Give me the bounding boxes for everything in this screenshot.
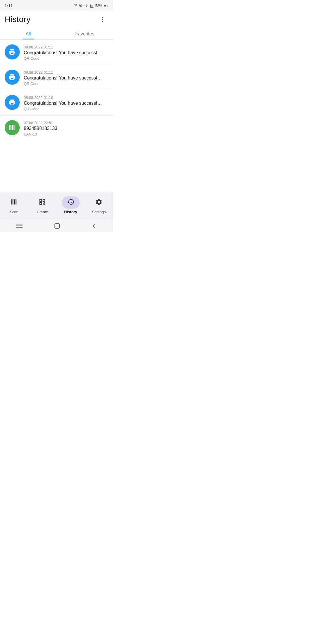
tab-all[interactable]: All [0,27,57,39]
printer-svg [8,73,16,81]
create-nav-label: Create [37,210,48,214]
android-navigation-bar [0,219,113,232]
svg-rect-10 [15,125,15,130]
svg-rect-4 [10,125,10,130]
wifi-icon [84,4,88,8]
item-content: 08.08.2022 01:10 Congratulations! You ha… [24,95,108,111]
item-type: QR Code [24,107,108,111]
android-home-button[interactable] [54,223,60,229]
svg-rect-3 [9,125,10,130]
item-type: QR Code [24,56,108,61]
printer-svg [8,48,16,56]
nav-item-create[interactable]: Create [29,195,56,215]
item-type: QR Code [24,82,108,86]
svg-rect-13 [16,227,23,228]
item-title: Congratulations! You have successfully s… [24,101,102,106]
tabs-container: All Favorites [0,27,113,40]
svg-rect-14 [55,224,59,228]
svg-rect-5 [11,125,11,130]
status-icons: 58% [73,4,108,8]
history-list: 08.08.2022 01:11 Congratulations! You ha… [0,40,113,192]
nav-item-history[interactable]: History [57,195,84,215]
create-nav-icon-wrap [33,196,51,209]
android-back-button[interactable] [92,223,97,229]
signal-icon [90,4,94,8]
create-qr-icon [39,198,46,206]
scan-barcode-icon [10,198,18,206]
alarm-icon [73,4,77,8]
item-timestamp: 08.08.2022 01:10 [24,95,108,100]
item-timestamp: 07.08.2022 22:51 [24,121,108,125]
item-type: EAN-13 [24,132,108,136]
bottom-navigation: Scan Create History Settings [0,192,113,219]
scan-nav-label: Scan [10,210,19,214]
mute-icon [79,4,83,8]
item-content: 07.08.2022 22:51 8934588183133 EAN-13 [24,120,108,136]
android-menu-button[interactable] [16,224,23,228]
battery-icon [104,4,108,7]
history-clock-icon [67,198,74,206]
item-timestamp: 08.08.2022 01:11 [24,45,108,49]
settings-nav-label: Settings [92,210,106,214]
list-item[interactable]: 08.08.2022 01:11 Congratulations! You ha… [0,65,113,90]
battery-text: 58% [95,4,102,8]
item-title: Congratulations! You have successfully s… [24,50,102,55]
printer-svg [8,99,16,106]
app-header: History ⋮ [0,10,113,27]
barcode-svg [8,124,16,131]
svg-rect-8 [13,125,13,130]
svg-rect-11 [16,224,23,225]
svg-rect-6 [12,125,12,130]
item-title: Congratulations! You have successfully s… [24,75,102,81]
status-time: 1:11 [5,3,13,8]
svg-rect-1 [108,5,108,6]
svg-rect-2 [104,5,106,7]
history-nav-icon-wrap [62,196,80,209]
tab-favorites[interactable]: Favorites [57,27,113,39]
settings-nav-icon-wrap [90,196,108,209]
status-bar: 1:11 58% [0,0,113,10]
item-title: 8934588183133 [24,126,102,131]
more-options-button[interactable]: ⋮ [97,15,108,24]
item-content: 08.08.2022 01:11 Congratulations! You ha… [24,44,108,61]
svg-rect-12 [16,226,23,227]
android-home-icon [54,223,60,229]
list-item[interactable]: 07.08.2022 22:51 8934588183133 EAN-13 [0,115,113,140]
scan-nav-icon-wrap [5,196,23,209]
nav-item-settings[interactable]: Settings [85,195,112,215]
history-nav-label: History [64,210,77,214]
item-content: 08.08.2022 01:11 Congratulations! You ha… [24,70,108,86]
nav-item-scan[interactable]: Scan [1,195,28,215]
item-icon-printer [5,70,20,85]
item-timestamp: 08.08.2022 01:11 [24,70,108,75]
svg-rect-9 [14,125,14,130]
android-menu-icon [16,224,23,228]
item-icon-printer [5,44,20,59]
list-item[interactable]: 08.08.2022 01:10 Congratulations! You ha… [0,90,113,115]
android-back-icon [92,223,97,229]
item-icon-printer [5,95,20,110]
page-title: History [5,15,30,24]
item-icon-barcode [5,120,20,135]
svg-rect-7 [12,125,13,130]
list-item[interactable]: 08.08.2022 01:11 Congratulations! You ha… [0,40,113,65]
settings-gear-icon [95,198,103,206]
